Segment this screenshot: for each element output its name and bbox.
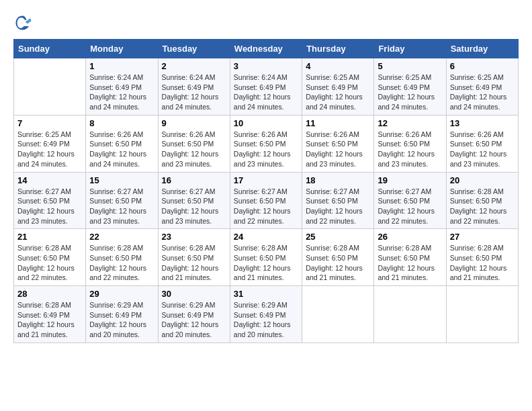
day-number: 6 (450, 61, 515, 71)
day-info: Sunrise: 6:26 AM Sunset: 6:50 PM Dayligh… (306, 130, 370, 169)
day-number: 3 (234, 61, 298, 71)
day-number: 25 (306, 232, 370, 242)
calendar-header: SundayMondayTuesdayWednesdayThursdayFrid… (14, 40, 519, 58)
day-info: Sunrise: 6:24 AM Sunset: 6:49 PM Dayligh… (162, 73, 226, 112)
logo (13, 13, 34, 32)
day-number: 15 (89, 175, 154, 185)
day-cell (302, 286, 374, 343)
day-cell: 23Sunrise: 6:28 AM Sunset: 6:50 PM Dayli… (158, 229, 230, 286)
day-number: 5 (378, 61, 442, 71)
day-cell: 13Sunrise: 6:26 AM Sunset: 6:50 PM Dayli… (446, 115, 518, 172)
day-number: 17 (234, 175, 298, 185)
day-number: 20 (450, 175, 515, 185)
day-info: Sunrise: 6:28 AM Sunset: 6:50 PM Dayligh… (89, 243, 154, 283)
day-info: Sunrise: 6:29 AM Sunset: 6:49 PM Dayligh… (89, 300, 154, 340)
day-info: Sunrise: 6:25 AM Sunset: 6:49 PM Dayligh… (450, 73, 515, 112)
calendar-table: SundayMondayTuesdayWednesdayThursdayFrid… (13, 39, 519, 343)
day-cell: 6Sunrise: 6:25 AM Sunset: 6:49 PM Daylig… (446, 58, 518, 116)
day-info: Sunrise: 6:26 AM Sunset: 6:50 PM Dayligh… (234, 130, 298, 169)
day-cell: 20Sunrise: 6:28 AM Sunset: 6:50 PM Dayli… (446, 172, 518, 229)
header-cell-saturday: Saturday (446, 40, 518, 58)
day-info: Sunrise: 6:24 AM Sunset: 6:49 PM Dayligh… (89, 73, 154, 112)
day-info: Sunrise: 6:28 AM Sunset: 6:50 PM Dayligh… (234, 243, 298, 283)
day-cell: 2Sunrise: 6:24 AM Sunset: 6:49 PM Daylig… (158, 58, 230, 116)
day-number: 10 (234, 118, 298, 128)
day-info: Sunrise: 6:28 AM Sunset: 6:50 PM Dayligh… (306, 243, 370, 283)
header-row: SundayMondayTuesdayWednesdayThursdayFrid… (14, 40, 519, 58)
header-cell-sunday: Sunday (14, 40, 86, 58)
calendar-body: 1Sunrise: 6:24 AM Sunset: 6:49 PM Daylig… (14, 58, 519, 343)
week-row-3: 14Sunrise: 6:27 AM Sunset: 6:50 PM Dayli… (14, 172, 519, 229)
day-info: Sunrise: 6:28 AM Sunset: 6:50 PM Dayligh… (378, 243, 442, 283)
day-number: 12 (378, 118, 442, 128)
day-number: 7 (17, 118, 82, 128)
day-info: Sunrise: 6:24 AM Sunset: 6:49 PM Dayligh… (234, 73, 298, 112)
day-info: Sunrise: 6:28 AM Sunset: 6:50 PM Dayligh… (162, 243, 226, 283)
day-cell: 30Sunrise: 6:29 AM Sunset: 6:49 PM Dayli… (158, 286, 230, 343)
logo-icon (13, 13, 32, 32)
day-cell: 25Sunrise: 6:28 AM Sunset: 6:50 PM Dayli… (302, 229, 374, 286)
day-number: 21 (17, 232, 82, 242)
day-info: Sunrise: 6:25 AM Sunset: 6:49 PM Dayligh… (306, 73, 370, 112)
day-cell: 18Sunrise: 6:27 AM Sunset: 6:50 PM Dayli… (302, 172, 374, 229)
day-cell: 29Sunrise: 6:29 AM Sunset: 6:49 PM Dayli… (86, 286, 158, 343)
day-cell: 12Sunrise: 6:26 AM Sunset: 6:50 PM Dayli… (374, 115, 446, 172)
day-info: Sunrise: 6:27 AM Sunset: 6:50 PM Dayligh… (17, 187, 82, 226)
day-info: Sunrise: 6:26 AM Sunset: 6:50 PM Dayligh… (450, 130, 515, 169)
day-cell (14, 58, 86, 116)
header-cell-friday: Friday (374, 40, 446, 58)
day-info: Sunrise: 6:27 AM Sunset: 6:50 PM Dayligh… (378, 187, 442, 226)
day-number: 31 (234, 289, 298, 299)
day-info: Sunrise: 6:27 AM Sunset: 6:50 PM Dayligh… (162, 187, 226, 226)
day-number: 18 (306, 175, 370, 185)
day-info: Sunrise: 6:29 AM Sunset: 6:49 PM Dayligh… (162, 300, 226, 340)
day-number: 22 (89, 232, 154, 242)
day-info: Sunrise: 6:28 AM Sunset: 6:50 PM Dayligh… (450, 187, 515, 226)
day-cell: 3Sunrise: 6:24 AM Sunset: 6:49 PM Daylig… (230, 58, 302, 116)
day-cell: 19Sunrise: 6:27 AM Sunset: 6:50 PM Dayli… (374, 172, 446, 229)
day-cell: 16Sunrise: 6:27 AM Sunset: 6:50 PM Dayli… (158, 172, 230, 229)
day-cell: 5Sunrise: 6:25 AM Sunset: 6:49 PM Daylig… (374, 58, 446, 116)
day-cell: 31Sunrise: 6:29 AM Sunset: 6:49 PM Dayli… (230, 286, 302, 343)
header-cell-thursday: Thursday (302, 40, 374, 58)
day-number: 13 (450, 118, 515, 128)
day-number: 27 (450, 232, 515, 242)
day-number: 29 (89, 289, 154, 299)
week-row-2: 7Sunrise: 6:25 AM Sunset: 6:49 PM Daylig… (14, 115, 519, 172)
week-row-1: 1Sunrise: 6:24 AM Sunset: 6:49 PM Daylig… (14, 58, 519, 116)
day-cell: 1Sunrise: 6:24 AM Sunset: 6:49 PM Daylig… (86, 58, 158, 116)
day-info: Sunrise: 6:25 AM Sunset: 6:49 PM Dayligh… (17, 130, 82, 169)
day-info: Sunrise: 6:28 AM Sunset: 6:50 PM Dayligh… (17, 243, 82, 283)
day-cell: 21Sunrise: 6:28 AM Sunset: 6:50 PM Dayli… (14, 229, 86, 286)
day-info: Sunrise: 6:28 AM Sunset: 6:50 PM Dayligh… (450, 243, 515, 283)
week-row-5: 28Sunrise: 6:28 AM Sunset: 6:49 PM Dayli… (14, 286, 519, 343)
day-cell: 4Sunrise: 6:25 AM Sunset: 6:49 PM Daylig… (302, 58, 374, 116)
header-cell-monday: Monday (86, 40, 158, 58)
day-cell: 9Sunrise: 6:26 AM Sunset: 6:50 PM Daylig… (158, 115, 230, 172)
day-cell: 7Sunrise: 6:25 AM Sunset: 6:49 PM Daylig… (14, 115, 86, 172)
day-cell: 14Sunrise: 6:27 AM Sunset: 6:50 PM Dayli… (14, 172, 86, 229)
day-info: Sunrise: 6:29 AM Sunset: 6:49 PM Dayligh… (234, 300, 298, 340)
day-info: Sunrise: 6:27 AM Sunset: 6:50 PM Dayligh… (306, 187, 370, 226)
day-cell: 26Sunrise: 6:28 AM Sunset: 6:50 PM Dayli… (374, 229, 446, 286)
day-number: 30 (162, 289, 226, 299)
day-number: 9 (162, 118, 226, 128)
day-number: 1 (89, 61, 154, 71)
day-cell (374, 286, 446, 343)
day-cell: 15Sunrise: 6:27 AM Sunset: 6:50 PM Dayli… (86, 172, 158, 229)
day-number: 23 (162, 232, 226, 242)
day-info: Sunrise: 6:25 AM Sunset: 6:49 PM Dayligh… (378, 73, 442, 112)
day-number: 16 (162, 175, 226, 185)
header-cell-tuesday: Tuesday (158, 40, 230, 58)
day-number: 2 (162, 61, 226, 71)
day-info: Sunrise: 6:26 AM Sunset: 6:50 PM Dayligh… (378, 130, 442, 169)
header-cell-wednesday: Wednesday (230, 40, 302, 58)
day-number: 28 (17, 289, 82, 299)
day-number: 8 (89, 118, 154, 128)
day-number: 24 (234, 232, 298, 242)
day-cell: 11Sunrise: 6:26 AM Sunset: 6:50 PM Dayli… (302, 115, 374, 172)
day-cell: 24Sunrise: 6:28 AM Sunset: 6:50 PM Dayli… (230, 229, 302, 286)
day-info: Sunrise: 6:26 AM Sunset: 6:50 PM Dayligh… (162, 130, 226, 169)
day-number: 19 (378, 175, 442, 185)
page-header (13, 13, 519, 32)
